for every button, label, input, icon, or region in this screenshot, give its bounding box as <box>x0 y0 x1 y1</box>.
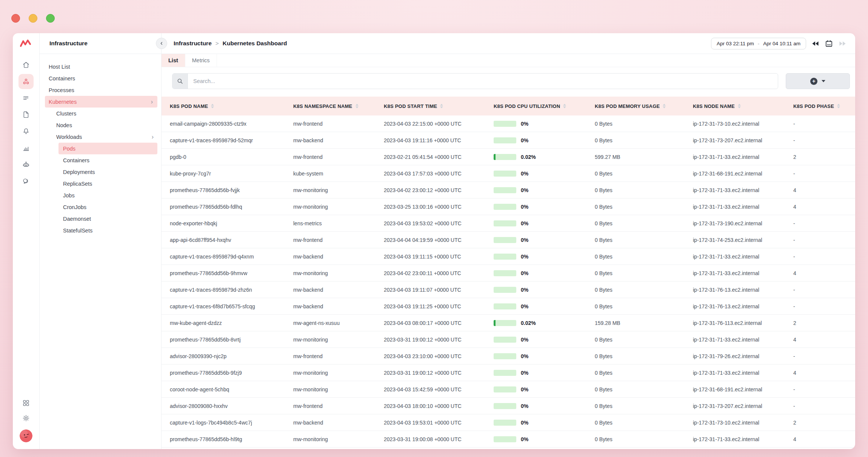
alerts-icon[interactable] <box>18 124 34 139</box>
settings-icon[interactable] <box>18 411 34 426</box>
cpu-bar <box>494 121 516 127</box>
pod-name-cell: prometheus-77865dd56b-9fzj9 <box>170 370 293 376</box>
fast-forward-icon[interactable] <box>838 39 847 48</box>
chat-icon[interactable] <box>18 174 34 189</box>
cpu-value: 0% <box>521 287 528 293</box>
cpu-cell: 0% <box>494 220 595 226</box>
sidebar-item-deployments[interactable]: Deployments › <box>40 166 161 178</box>
user-avatar[interactable] <box>20 429 32 442</box>
table-row[interactable]: capture-v1-traces-8959879d-zhz6n mw-back… <box>162 282 855 298</box>
table-row[interactable]: mw-kube-agent-dzdzz mw-agent-ns-xusuu 20… <box>162 315 855 331</box>
date-range-picker[interactable]: Apr 03 22:11 pm - Apr 04 10:11 am <box>711 38 806 49</box>
table-row[interactable]: prometheus-77865dd56b-fdlhq mw-monitorin… <box>162 198 855 215</box>
zoom-button[interactable] <box>46 14 55 23</box>
close-button[interactable] <box>11 14 20 23</box>
phase-cell: - <box>793 353 855 359</box>
sidebar-item-cronjobs[interactable]: CronJobs › <box>40 201 161 213</box>
sidebar-item-daemonset[interactable]: Daemonset › <box>40 213 161 225</box>
pod-name-cell: app-api-6cd87ff954-hxqhv <box>170 237 293 243</box>
sidebar-item-processes[interactable]: Processes › <box>40 84 161 96</box>
column-header-k8s-node-name[interactable]: K8S NODE NAME <box>693 103 793 109</box>
search-input[interactable] <box>188 78 778 84</box>
namespace-cell: mw-frontend <box>293 154 384 160</box>
pod-name-cell: email-campaign-28009335-ctz9x <box>170 121 293 127</box>
table-row[interactable]: capture-v1-traces-8959879d-q4xnm mw-back… <box>162 248 855 265</box>
node-name-cell: ip-172-31-71-33.ec2.internal <box>693 337 793 343</box>
table-row[interactable]: kube-proxy-7cg7r kube-system 2023-04-03 … <box>162 165 855 182</box>
sidebar: Infrastructure Host List › Containers › … <box>40 33 162 449</box>
cpu-bar <box>494 270 516 276</box>
table-row[interactable]: app-api-6cd87ff954-hxqhv mw-frontend 202… <box>162 232 855 248</box>
table-row[interactable]: capture-v1-logs-7bc494b8c5-4wc7j mw-back… <box>162 414 855 431</box>
table-row[interactable]: prometheus-77865dd56b-9hmvw mw-monitorin… <box>162 265 855 282</box>
pod-name-cell: capture-v1-traces-8959879d-zhz6n <box>170 287 293 293</box>
memory-cell: 599.27 MB <box>595 154 693 160</box>
table-row[interactable]: kube-dns-955-7 kube-system 2023-04-03 11… <box>162 448 855 449</box>
infrastructure-icon[interactable] <box>18 74 34 89</box>
table-row[interactable]: advisor-28009390-njc2p mw-frontend 2023-… <box>162 348 855 365</box>
sidebar-item-statefulsets[interactable]: StatefulSets › <box>40 225 161 236</box>
cpu-value: 0% <box>521 237 528 243</box>
sidebar-item-clusters[interactable]: Clusters › <box>40 108 161 119</box>
table-row[interactable]: capture-v1-traces-6f8d7b6575-sfcqg mw-ba… <box>162 298 855 315</box>
tab-list[interactable]: List <box>162 54 185 67</box>
cpu-value: 0.02% <box>521 154 536 160</box>
table-row[interactable]: advisor-28009080-hxxhv mw-frontend 2023-… <box>162 398 855 414</box>
phase-cell: - <box>793 137 855 143</box>
memory-cell: 0 Bytes <box>595 187 693 193</box>
minimize-button[interactable] <box>29 14 37 23</box>
table-row[interactable]: pgdb-0 mw-frontend 2023-02-21 05:41:54 +… <box>162 149 855 165</box>
document-icon[interactable] <box>18 107 34 122</box>
column-header-k8s-pod-cpu-utilization[interactable]: K8S POD CPU UTILIZATION <box>494 103 595 109</box>
rewind-icon[interactable] <box>811 39 820 48</box>
cpu-bar <box>494 204 516 210</box>
sidebar-item-host-list[interactable]: Host List › <box>40 61 161 72</box>
node-name-cell: ip-172-31-71-33.ec2.internal <box>693 254 793 260</box>
namespace-cell: mw-monitoring <box>293 436 384 442</box>
home-icon[interactable] <box>18 57 34 72</box>
middleware-logo[interactable] <box>13 33 39 54</box>
column-header-k8s-namespace-name[interactable]: K8S NAMESPACE NAME <box>293 103 384 109</box>
back-button[interactable] <box>156 38 167 49</box>
memory-cell: 0 Bytes <box>595 287 693 293</box>
column-header-k8s-pod-name[interactable]: K8S POD NAME <box>170 103 293 109</box>
calendar-icon[interactable] <box>825 39 833 48</box>
breadcrumb-current: Kubernetes Dashboard <box>223 40 287 47</box>
start-time-cell: 2023-03-31 19:00:12 +0000 UTC <box>384 337 494 343</box>
table-row[interactable]: prometheus-77865dd56b-8vrtj mw-monitorin… <box>162 331 855 348</box>
table-row[interactable]: prometheus-77865dd56b-fvjjk mw-monitorin… <box>162 182 855 198</box>
table-row[interactable]: email-campaign-28009335-ctz9x mw-fronten… <box>162 115 855 132</box>
column-header-k8s-pod-start-time[interactable]: K8S POD START TIME <box>384 103 494 109</box>
start-time-cell: 2023-04-04 04:19:59 +0000 UTC <box>384 237 494 243</box>
cpu-bar <box>494 303 516 309</box>
cpu-cell: 0.02% <box>494 320 595 326</box>
table-row[interactable]: prometheus-77865dd56b-hl9tg mw-monitorin… <box>162 431 855 448</box>
table-row[interactable]: coroot-node-agent-5chbq mw-monitoring 20… <box>162 381 855 398</box>
main-area: Infrastructure > Kubernetes Dashboard Ap… <box>162 33 855 449</box>
sidebar-item-pods[interactable]: Pods › <box>58 143 157 154</box>
tab-metrics[interactable]: Metrics <box>185 54 217 67</box>
dashboards-icon[interactable] <box>18 140 34 155</box>
apps-icon[interactable] <box>18 395 34 411</box>
sidebar-item-kubernetes[interactable]: Kubernetes › <box>45 96 157 108</box>
table-row[interactable]: node-exporter-hbqkj lens-metrics 2023-04… <box>162 215 855 232</box>
column-header-k8s-pod-phase[interactable]: K8S POD PHASE <box>793 103 855 109</box>
sidebar-item-containers[interactable]: Containers › <box>40 154 161 166</box>
namespace-cell: mw-backend <box>293 137 384 143</box>
sort-icon <box>440 104 443 108</box>
logs-icon[interactable] <box>18 91 34 106</box>
assistant-icon[interactable] <box>18 157 34 172</box>
table-row[interactable]: prometheus-77865dd56b-9fzj9 mw-monitorin… <box>162 365 855 381</box>
add-column-button[interactable]: + <box>786 73 850 89</box>
sidebar-item-workloads[interactable]: Workloads › <box>40 131 161 143</box>
namespace-cell: mw-backend <box>293 254 384 260</box>
sidebar-item-containers[interactable]: Containers › <box>40 72 161 84</box>
breadcrumb-root[interactable]: Infrastructure <box>174 40 212 47</box>
node-name-cell: ip-172-31-71-33.ec2.internal <box>693 370 793 376</box>
sidebar-item-nodes[interactable]: Nodes › <box>40 119 161 131</box>
sidebar-item-jobs[interactable]: Jobs › <box>40 189 161 201</box>
sidebar-item-replicasets[interactable]: ReplicaSets › <box>40 178 161 189</box>
column-header-k8s-pod-memory-usage[interactable]: K8S POD MEMORY USAGE <box>595 103 693 109</box>
table-row[interactable]: capture-v1-traces-8959879d-52mqr mw-back… <box>162 132 855 149</box>
cpu-value: 0% <box>521 171 528 177</box>
